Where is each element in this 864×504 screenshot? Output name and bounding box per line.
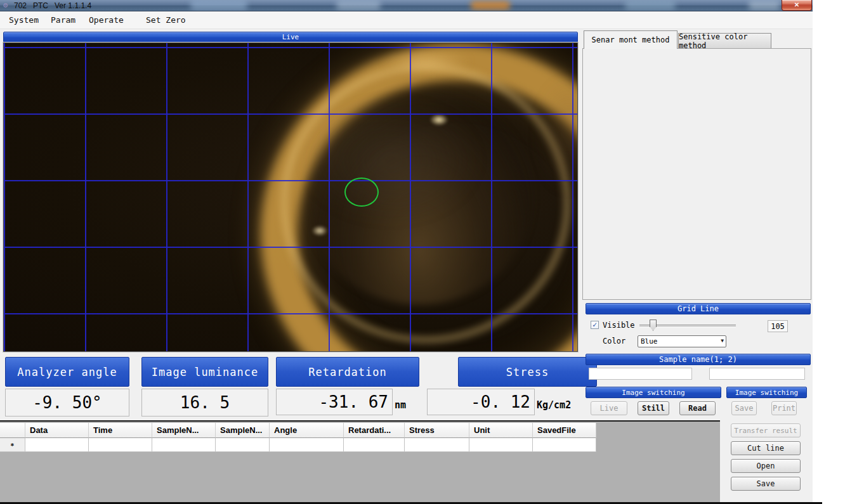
- camera-view: [3, 42, 578, 352]
- live-view-header: Live: [3, 32, 578, 42]
- target-circle-marker: [344, 178, 379, 207]
- app-gear-icon: ⚙: [3, 1, 8, 10]
- transfer-result-button[interactable]: Transfer result: [731, 423, 801, 437]
- table-cell[interactable]: [469, 438, 533, 452]
- image-luminance-value: 16. 5: [141, 389, 268, 417]
- aero-glass-blob: [749, 1, 780, 10]
- aero-glass-blob: [471, 1, 510, 10]
- save-button[interactable]: Save: [731, 477, 801, 491]
- table-cell[interactable]: [533, 438, 596, 452]
- sample-name-input-1[interactable]: [589, 368, 692, 380]
- col-header-time[interactable]: Time: [89, 423, 152, 438]
- col-header-selector[interactable]: [0, 423, 25, 438]
- aero-glass-blob: [625, 1, 676, 10]
- table-cell[interactable]: [152, 438, 216, 452]
- live-button[interactable]: Live: [591, 401, 627, 415]
- aero-glass-blob: [336, 1, 381, 10]
- grid-value-box[interactable]: 105: [768, 320, 788, 332]
- tab-senar-mont-method[interactable]: Senar mont method: [584, 30, 677, 49]
- close-button[interactable]: ✕: [782, 0, 812, 11]
- grid-color-combobox[interactable]: Blue ▼: [638, 335, 726, 347]
- table-cell[interactable]: [89, 438, 152, 452]
- retardation-header: Retardation: [276, 357, 419, 387]
- table-cell[interactable]: [216, 438, 270, 452]
- grid-slider-thumb[interactable]: [650, 320, 657, 331]
- col-header-unit[interactable]: Unit: [469, 423, 533, 438]
- grid-color-value: Blue: [641, 337, 658, 346]
- grid-visible-label: Visible: [603, 321, 635, 330]
- table-cell[interactable]: [344, 438, 405, 452]
- grid-overlay: [4, 43, 577, 351]
- table-cell[interactable]: [405, 438, 469, 452]
- close-icon: ✕: [794, 1, 799, 8]
- check-icon: ✓: [592, 320, 597, 329]
- menu-set-zero[interactable]: Set Zero: [146, 15, 186, 25]
- table-cell[interactable]: [25, 438, 89, 452]
- col-header-data[interactable]: Data: [25, 423, 89, 438]
- image-switching-right-header: Image switching: [726, 387, 807, 398]
- grid-color-label: Color: [603, 337, 625, 346]
- analyzer-angle-header: Analyzer angle: [5, 357, 129, 387]
- screenshot-canvas: ⚙ 702 PTC Ver 1.1.1.4 ✕ System Param Ope…: [0, 0, 864, 504]
- table-cell[interactable]: [270, 438, 344, 452]
- grid-visible-checkbox[interactable]: ✓: [591, 321, 599, 329]
- menu-param[interactable]: Param: [51, 15, 75, 25]
- grid-line-header: Grid Line: [586, 303, 811, 314]
- still-button[interactable]: Still: [638, 401, 669, 415]
- app-window: ⚙ 702 PTC Ver 1.1.1.4 ✕ System Param Ope…: [0, 0, 813, 502]
- menu-bar: System Param Operate Set Zero: [0, 11, 813, 29]
- col-header-retardation[interactable]: Retardati...: [344, 423, 405, 438]
- chevron-down-icon: ▼: [721, 338, 724, 344]
- col-header-samplen2[interactable]: SampleN...: [216, 423, 270, 438]
- menu-system[interactable]: System: [9, 15, 39, 25]
- col-header-stress[interactable]: Stress: [405, 423, 469, 438]
- row-marker-cell: ✱: [0, 438, 25, 452]
- open-button[interactable]: Open: [731, 459, 801, 473]
- read-button[interactable]: Read: [679, 401, 716, 415]
- image-switching-left-header: Image switching: [586, 387, 721, 398]
- stress-header: Stress: [458, 357, 597, 387]
- save-image-button[interactable]: Save: [731, 401, 757, 415]
- tab-sensitive-color-method[interactable]: Sensitive color method: [678, 33, 771, 49]
- cut-line-button[interactable]: Cut line: [731, 441, 801, 455]
- print-image-button[interactable]: Print: [771, 401, 797, 415]
- results-datagrid: Data Time SampleN... SampleN... Angle Re…: [0, 420, 720, 503]
- table-header-row: Data Time SampleN... SampleN... Angle Re…: [0, 423, 596, 438]
- menu-operate[interactable]: Operate: [89, 15, 124, 25]
- aero-glass-blob: [190, 1, 247, 10]
- title-bar: ⚙ 702 PTC Ver 1.1.1.4 ✕: [0, 0, 813, 11]
- sample-name-header: Sample name(1; 2): [586, 354, 811, 365]
- image-luminance-header: Image luminance: [141, 357, 268, 387]
- table-row[interactable]: ✱: [0, 438, 596, 452]
- stress-unit: Kg/cm2: [537, 399, 571, 411]
- col-header-angle[interactable]: Angle: [270, 423, 344, 438]
- window-title: 702 PTC Ver 1.1.1.4: [14, 1, 91, 10]
- retardation-unit: nm: [395, 399, 406, 411]
- retardation-value: -31. 67: [276, 389, 393, 415]
- stress-value: -0. 12: [427, 389, 535, 415]
- col-header-savedfile[interactable]: SavedFile: [533, 423, 596, 438]
- tab-page: [582, 48, 811, 300]
- sample-name-input-2[interactable]: [709, 368, 805, 380]
- col-header-samplen1[interactable]: SampleN...: [152, 423, 216, 438]
- analyzer-angle-value: -9. 50°: [5, 389, 129, 417]
